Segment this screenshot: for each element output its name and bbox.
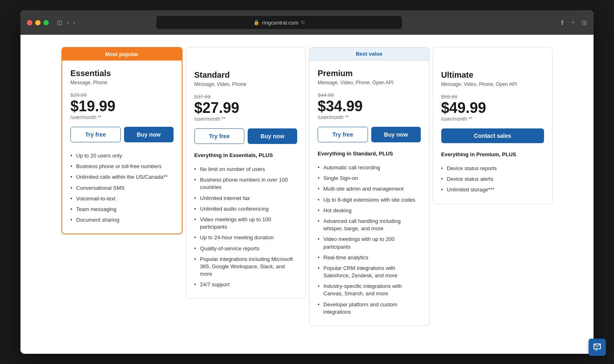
chat-widget[interactable] xyxy=(589,339,606,356)
list-item: Advanced call handling including whisper… xyxy=(318,216,421,234)
list-item: Real-time analytics xyxy=(318,252,421,263)
list-item: Device status reports xyxy=(441,163,544,174)
premium-body: Premium Message, Video, Phone, Open API … xyxy=(309,61,429,326)
address-bar[interactable]: 🔒 ringcentral.com ↻ xyxy=(156,16,402,29)
list-item: Voicemail-to-text xyxy=(70,193,174,204)
standard-original-price: $37.99 xyxy=(194,94,298,100)
premium-try-free-button[interactable]: Try free xyxy=(318,127,368,142)
url-text: ringcentral.com xyxy=(262,20,298,26)
lock-icon: 🔒 xyxy=(253,20,260,25)
nav-buttons: ‹ › xyxy=(67,18,75,27)
list-item: 24/7 support xyxy=(194,279,298,290)
grid-icon[interactable]: ⊞ xyxy=(582,19,587,27)
standard-subtitle: Message, Video, Phone xyxy=(194,81,298,87)
traffic-light-red[interactable] xyxy=(27,20,32,25)
list-item: Document sharing xyxy=(70,215,174,225)
browser-chrome: ⊡ ‹ › 🔒 ringcentral.com ↻ ⬆ + ⊞ xyxy=(20,10,594,35)
premium-buy-now-button[interactable]: Buy now xyxy=(371,127,421,142)
list-item: Up to 24-hour meeting duration xyxy=(194,232,298,243)
essentials-body: Essentials Message, Phone $29.99 $19.99 … xyxy=(62,61,182,234)
essentials-buy-now-button[interactable]: Buy now xyxy=(124,127,174,142)
premium-features-header: Everything in Standard, PLUS xyxy=(318,151,421,157)
list-item: No limit on number of users xyxy=(194,164,298,175)
ultimate-contact-sales-button[interactable]: Contact sales xyxy=(441,128,544,143)
list-item: Up to 20 users only xyxy=(70,151,174,161)
plan-standard: Standard Message, Video, Phone $37.99 $2… xyxy=(186,47,306,299)
browser-window: ⊡ ‹ › 🔒 ringcentral.com ↻ ⬆ + ⊞ Most pop… xyxy=(20,10,594,354)
premium-name: Premium xyxy=(318,69,421,78)
list-item: Unlimited audio conferencing xyxy=(194,204,298,214)
standard-buttons: Try free Buy now xyxy=(194,128,298,144)
list-item: Conversational SMS xyxy=(70,183,174,193)
ultimate-body: Ultimate Message, Video, Phone, Open API… xyxy=(433,62,553,204)
traffic-light-green[interactable] xyxy=(43,20,49,25)
back-button[interactable]: ‹ xyxy=(67,18,70,27)
browser-content: Most popular Essentials Message, Phone $… xyxy=(20,35,594,354)
standard-badge-spacer xyxy=(186,47,306,62)
ultimate-subtitle: Message, Video, Phone, Open API xyxy=(441,81,544,87)
list-item: Hot desking xyxy=(318,205,421,216)
essentials-badge: Most popular xyxy=(62,48,182,61)
ultimate-price-note: /user/month ** xyxy=(441,116,544,122)
list-item: Single Sign-on xyxy=(318,173,421,184)
standard-name: Standard xyxy=(194,70,298,80)
traffic-light-yellow[interactable] xyxy=(35,20,41,25)
list-item: Quality-of-service reports xyxy=(194,243,298,254)
new-tab-icon[interactable]: + xyxy=(571,19,575,27)
ultimate-original-price: $59.99 xyxy=(441,94,544,100)
standard-try-free-button[interactable]: Try free xyxy=(194,128,245,144)
essentials-buttons: Try free Buy now xyxy=(70,127,174,142)
forward-button[interactable]: › xyxy=(73,18,75,27)
list-item: Unlimited storage*** xyxy=(441,184,544,195)
list-item: Up to 8-digit extensions with site codes xyxy=(318,195,421,205)
essentials-price: $19.99 xyxy=(70,99,174,114)
ultimate-name: Ultimate xyxy=(441,70,544,80)
premium-price: $34.99 xyxy=(318,99,421,114)
ultimate-price: $49.99 xyxy=(441,101,544,115)
standard-features-header: Everything in Essentials, PLUS xyxy=(194,152,298,158)
list-item: Business phone numbers in over 100 count… xyxy=(194,175,298,193)
standard-price-note: /user/month ** xyxy=(194,116,298,122)
plan-ultimate: Ultimate Message, Video, Phone, Open API… xyxy=(433,47,553,204)
standard-price: $27.99 xyxy=(194,101,298,115)
list-item: Device status alerts xyxy=(441,174,544,184)
plan-essentials: Most popular Essentials Message, Phone $… xyxy=(61,47,183,234)
ultimate-features-list: Device status reports Device status aler… xyxy=(441,163,544,195)
premium-subtitle: Message, Video, Phone, Open API xyxy=(318,80,421,85)
list-item: Business phone or toll-free numbers xyxy=(70,161,174,172)
standard-features-list: No limit on number of users Business pho… xyxy=(194,164,298,290)
premium-features-list: Automatic call recording Single Sign-on … xyxy=(318,162,421,317)
traffic-lights xyxy=(27,20,49,25)
pricing-container: Most popular Essentials Message, Phone $… xyxy=(61,47,553,326)
essentials-features-list: Up to 20 users only Business phone or to… xyxy=(70,151,174,225)
ultimate-badge-spacer xyxy=(433,47,553,62)
browser-actions: ⬆ + ⊞ xyxy=(560,19,587,27)
essentials-original-price: $29.99 xyxy=(70,92,174,98)
essentials-price-note: /user/month ** xyxy=(70,115,174,120)
list-item: Video meetings with up to 100 participan… xyxy=(194,214,298,232)
list-item: Popular integrations including Microsoft… xyxy=(194,254,298,280)
list-item: Video meetings with up to 200 participan… xyxy=(318,234,421,252)
premium-buttons: Try free Buy now xyxy=(318,127,421,142)
essentials-name: Essentials xyxy=(70,69,174,78)
plan-premium: Best value Premium Message, Video, Phone… xyxy=(309,47,429,326)
list-item: Multi-site admin and management xyxy=(318,184,421,194)
share-icon[interactable]: ⬆ xyxy=(560,19,565,27)
list-item: Automatic call recording xyxy=(318,162,421,173)
ultimate-features-header: Everything in Premium, PLUS xyxy=(441,151,544,157)
list-item: Developer platform and custom integratio… xyxy=(318,299,421,317)
standard-buy-now-button[interactable]: Buy now xyxy=(248,128,297,144)
standard-body: Standard Message, Video, Phone $37.99 $2… xyxy=(186,62,306,298)
list-item: Team messaging xyxy=(70,204,174,215)
premium-price-note: /user/month ** xyxy=(318,115,421,120)
list-item: Unlimited calls within the US/Canada** xyxy=(70,172,174,182)
list-item: Industry-specific integrations with Canv… xyxy=(318,281,421,299)
list-item: Unlimited internet fax xyxy=(194,193,298,204)
chat-icon xyxy=(593,343,602,352)
sidebar-toggle-icon[interactable]: ⊡ xyxy=(57,19,62,27)
essentials-try-free-button[interactable]: Try free xyxy=(70,127,121,142)
list-item: Popular CRM integrations with Salesforce… xyxy=(318,263,421,281)
premium-badge: Best value xyxy=(309,47,429,61)
refresh-icon[interactable]: ↻ xyxy=(301,20,305,25)
premium-original-price: $44.99 xyxy=(318,92,421,98)
